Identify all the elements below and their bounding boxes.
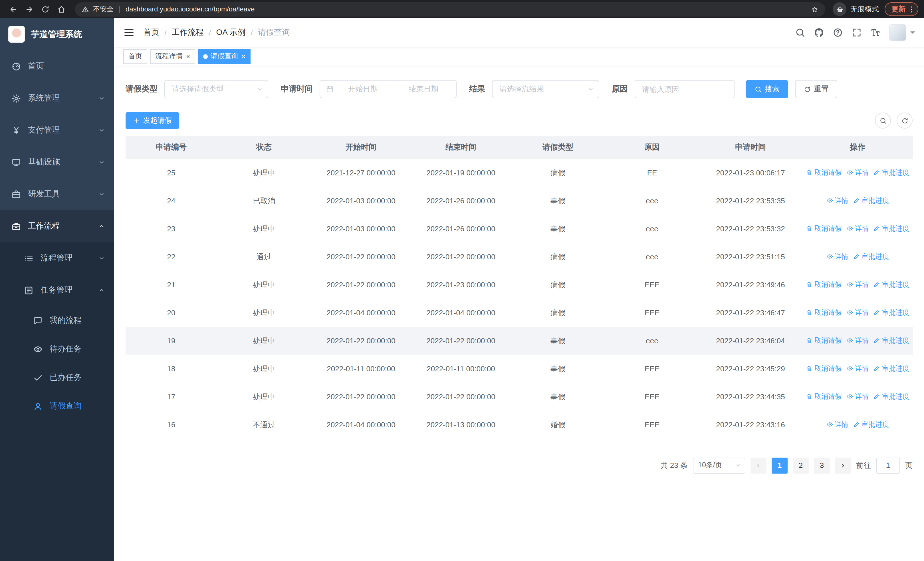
sidebar-item-done-tasks[interactable]: 已办任务 [0,363,114,392]
detail-action-link[interactable]: 详情 [846,336,868,346]
sidebar-toggle-icon[interactable] [123,27,135,38]
sidebar-item-system[interactable]: 系统管理 [0,82,114,114]
cell-id: 24 [126,187,217,215]
chevron-up-icon [98,223,105,230]
sidebar-item-label: 支付管理 [28,125,60,135]
detail-action-link[interactable]: 详情 [826,196,848,206]
search-button[interactable]: 搜索 [746,80,788,98]
breadcrumb-item[interactable]: 首页 [143,27,159,38]
page-button-3[interactable]: 3 [814,457,830,473]
eye-icon [846,365,853,372]
github-icon[interactable] [814,27,824,38]
page-button-1[interactable]: 1 [772,457,788,473]
detail-action-link[interactable]: 详情 [826,252,848,262]
breadcrumb-item[interactable]: 工作流程 [172,27,204,38]
page-size-select[interactable]: 10条/页 [693,457,746,473]
sidebar-item-home[interactable]: 首页 [0,50,114,82]
browser-forward-icon[interactable] [22,2,36,17]
cell-reason: EEE [605,383,699,411]
sidebar-item-infrastructure[interactable]: 基础设施 [0,146,114,178]
sidebar-item-workflow[interactable]: 工作流程 [0,210,114,242]
sidebar-item-my-process[interactable]: 我的流程 [0,306,114,335]
detail-action-link[interactable]: 详情 [846,364,868,374]
leave-type-select[interactable]: 请选择请假类型 [164,80,268,98]
progress-action-link[interactable]: 审批进度 [853,420,889,430]
sidebar-item-leave-query[interactable]: 请假查询 [0,392,114,420]
cell-end: 2022-01-26 00:00:00 [411,187,511,215]
font-size-icon[interactable] [870,27,880,38]
next-page-button[interactable] [835,457,851,473]
cancel-action-link[interactable]: 取消请假 [806,168,842,177]
cancel-action-link[interactable]: 取消请假 [806,364,842,374]
reason-input[interactable] [634,80,735,98]
progress-action-link[interactable]: 审批进度 [873,308,909,317]
browser-back-icon[interactable] [6,2,21,17]
toggle-search-button[interactable] [875,113,891,129]
close-tab-icon[interactable]: × [242,53,245,60]
cell-status: 处理中 [217,383,311,411]
cancel-action-link[interactable]: 取消请假 [806,308,842,317]
reset-button[interactable]: 重置 [795,80,837,98]
start-date-placeholder[interactable]: 开始日期 [336,84,390,94]
page-button-2[interactable]: 2 [793,457,809,473]
sidebar-item-payment[interactable]: 支付管理 [0,114,114,146]
progress-action-link[interactable]: 审批进度 [873,280,909,290]
update-button[interactable]: 更新 [885,2,918,16]
progress-action-link[interactable]: 审批进度 [873,336,909,346]
fullscreen-icon[interactable] [852,27,862,38]
cell-actions: 取消请假详情审批进度 [802,271,913,299]
bookmark-star-icon[interactable] [811,5,818,13]
end-date-placeholder[interactable]: 结束日期 [397,84,450,94]
goto-page-input[interactable] [876,457,900,473]
progress-action-link[interactable]: 审批进度 [873,392,909,402]
chevron-left-icon [755,462,762,469]
breadcrumb-item[interactable]: OA 示例 [216,27,246,38]
tab-首页[interactable]: 首页 [123,49,147,64]
prev-page-button[interactable] [750,457,766,473]
detail-action-link[interactable]: 详情 [846,280,868,290]
tab-label: 首页 [128,51,142,61]
browser-home-icon[interactable] [54,2,69,17]
progress-action-link[interactable]: 审批进度 [853,196,889,206]
progress-action-link[interactable]: 审批进度 [873,168,909,177]
cancel-action-link[interactable]: 取消请假 [806,336,842,346]
sidebar-item-process-mgmt[interactable]: 流程管理 [0,242,114,274]
url-bar[interactable]: 不安全 dashboard.yudao.iocoder.cn/bpm/oa/le… [75,2,825,16]
tab-流程详情[interactable]: 流程详情× [150,49,195,64]
cell-status: 处理中 [217,327,311,355]
date-range-input[interactable]: 开始日期 - 结束日期 [320,80,457,98]
detail-action-link[interactable]: 详情 [846,168,868,177]
help-icon[interactable] [832,27,843,38]
sidebar-item-todo-tasks[interactable]: 待办任务 [0,335,114,363]
menu-dots-icon[interactable] [908,5,916,14]
sidebar-item-devtools[interactable]: 研发工具 [0,178,114,210]
progress-action-link[interactable]: 审批进度 [873,364,909,374]
progress-action-link[interactable]: 审批进度 [853,252,889,262]
app-logo[interactable]: 芋道管理系统 [0,18,114,50]
cancel-action-link[interactable]: 取消请假 [806,224,842,234]
refresh-table-button[interactable] [897,113,913,129]
close-tab-icon[interactable]: × [186,53,190,60]
detail-action-link[interactable]: 详情 [846,392,868,402]
filter-form: 请假类型 请选择请假类型 申请时间 开始日期 - 结束日期 [126,80,913,98]
screen: 不安全 dashboard.yudao.iocoder.cn/bpm/oa/le… [0,0,924,561]
detail-action-link[interactable]: 详情 [826,420,848,430]
trash-icon [806,309,813,316]
browser-reload-icon[interactable] [38,2,52,17]
detail-action-link[interactable]: 详情 [846,224,868,234]
tab-请假查询[interactable]: 请假查询× [198,49,250,64]
result-select[interactable]: 请选择流结果 [492,80,599,98]
search-icon [879,117,886,124]
eye-icon [846,337,853,344]
cancel-action-link[interactable]: 取消请假 [806,392,842,402]
user-menu[interactable] [889,24,915,41]
search-icon[interactable] [795,27,805,38]
sidebar-item-task-mgmt[interactable]: 任务管理 [0,274,114,306]
cell-id: 16 [126,411,217,439]
breadcrumb-item: 请假查询 [258,27,290,38]
create-leave-button[interactable]: 发起请假 [126,112,179,129]
detail-action-link[interactable]: 详情 [846,308,868,317]
cancel-action-link[interactable]: 取消请假 [806,280,842,290]
progress-action-link[interactable]: 审批进度 [873,224,909,234]
cell-status: 处理中 [217,215,311,243]
